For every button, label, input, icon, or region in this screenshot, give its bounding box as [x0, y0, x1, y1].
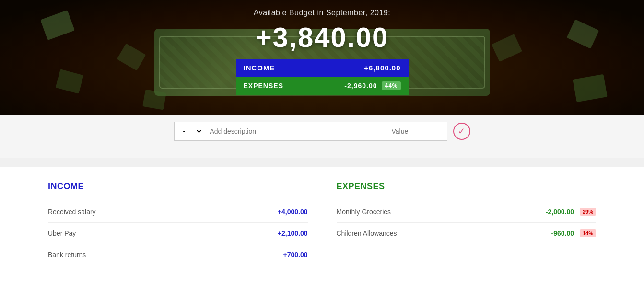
income-section-title: INCOME — [48, 182, 308, 192]
input-row: - + ✓ — [0, 115, 644, 148]
check-icon: ✓ — [453, 123, 470, 140]
income-item-1-amount: +2,100.00 — [278, 229, 308, 237]
expense-item-0-name: Monthly Groceries — [337, 208, 391, 216]
income-section: INCOME Received salary +4,000.00 Uber Pa… — [48, 182, 308, 287]
income-item-0-name: Received salary — [48, 208, 96, 216]
budget-bars: INCOME +6,800.00 EXPENSES -2,960.00 44% — [236, 59, 409, 95]
income-item-1: Uber Pay +2,100.00 — [48, 223, 308, 244]
expenses-bar: EXPENSES -2,960.00 44% — [236, 77, 409, 95]
puzzle-piece-6 — [492, 34, 522, 62]
income-bar-value: +6,800.00 — [364, 64, 400, 72]
main-content: INCOME Received salary +4,000.00 Uber Pa… — [0, 167, 644, 297]
spacer — [0, 148, 644, 158]
income-item-2-name: Bank returns — [48, 251, 86, 259]
expenses-section-title: EXPENSES — [337, 182, 597, 192]
submit-button[interactable]: ✓ — [453, 123, 470, 140]
expense-item-1-right: -960.00 14% — [551, 229, 596, 237]
expense-item-1-name: Children Allowances — [337, 229, 397, 237]
expenses-bar-value: -2,960.00 — [344, 82, 377, 90]
puzzle-piece-1 — [40, 10, 75, 40]
income-item-1-name: Uber Pay — [48, 229, 76, 237]
expense-item-1-pct: 14% — [580, 229, 596, 237]
income-bar: INCOME +6,800.00 — [236, 59, 409, 77]
income-item-2-amount: +700.00 — [283, 251, 308, 259]
description-input[interactable] — [203, 122, 385, 141]
puzzle-piece-7 — [142, 89, 166, 110]
expenses-bar-right: -2,960.00 44% — [344, 81, 400, 90]
hero-section: Available Budget in September, 2019: +3,… — [0, 0, 644, 115]
expenses-bar-label: EXPENSES — [244, 82, 283, 90]
hero-content: Available Budget in September, 2019: +3,… — [254, 9, 390, 53]
puzzle-piece-5 — [117, 44, 146, 71]
income-item-0-amount: +4,000.00 — [278, 208, 308, 216]
puzzle-piece-4 — [573, 74, 607, 103]
expense-item-0-pct: 29% — [580, 208, 596, 216]
expense-item-1: Children Allowances -960.00 14% — [337, 223, 597, 244]
expense-item-0: Monthly Groceries -2,000.00 29% — [337, 201, 597, 223]
expenses-pct-badge: 44% — [382, 81, 400, 90]
income-item-0: Received salary +4,000.00 — [48, 201, 308, 223]
value-input[interactable] — [385, 122, 447, 141]
expense-item-1-amount: -960.00 — [551, 229, 574, 237]
puzzle-piece-2 — [56, 69, 84, 94]
puzzle-piece-3 — [567, 19, 599, 48]
hero-subtitle: Available Budget in September, 2019: — [254, 9, 390, 17]
expense-item-0-right: -2,000.00 29% — [546, 208, 596, 216]
hero-amount: +3,840.00 — [254, 21, 390, 53]
income-bar-label: INCOME — [244, 64, 275, 72]
type-select[interactable]: - + — [174, 122, 203, 141]
expense-item-0-amount: -2,000.00 — [546, 208, 574, 216]
income-item-2: Bank returns +700.00 — [48, 244, 308, 265]
expenses-section: EXPENSES Monthly Groceries -2,000.00 29%… — [337, 182, 597, 287]
